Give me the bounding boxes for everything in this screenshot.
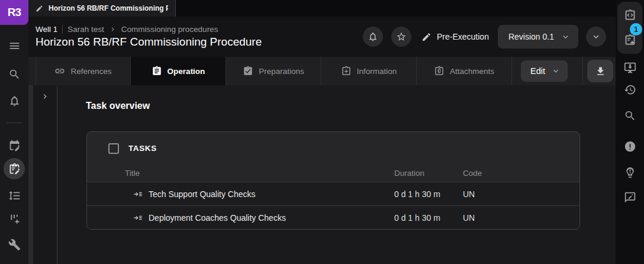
tab-operation[interactable]: Operation [131, 57, 226, 85]
page-title: Horizon 56 RB/RF Commissioning Procedure [36, 36, 355, 49]
content-area: Task overview TASKS Title Duration Code [28, 85, 616, 264]
task-title-cell: Tech Support Quality Checks [125, 189, 394, 199]
chevron-right-icon [109, 25, 117, 33]
column-header-code: Code [463, 169, 579, 178]
favorite-button[interactable] [391, 27, 411, 47]
comment-edit-icon [624, 191, 636, 204]
export-download-button[interactable] [587, 60, 613, 82]
pencil-icon [421, 32, 432, 42]
chevron-right-icon [40, 92, 50, 101]
section-title: Task overview [86, 101, 150, 111]
tab-label: Information [357, 67, 397, 76]
document-tab-bar: Horizon 56 RB/RF Commissioning Pr... [28, 0, 616, 17]
search-panel-button[interactable] [623, 108, 637, 123]
notification-count-badge: 1 [630, 23, 642, 36]
clipboard-paperclip-icon [434, 66, 445, 76]
sidebar-notifications-button[interactable] [7, 94, 21, 108]
tab-actions: Edit [512, 57, 616, 85]
select-all-checkbox[interactable] [108, 143, 119, 154]
sidebar-procedures-button-active[interactable] [4, 158, 25, 179]
sidebar-planner-button[interactable] [7, 138, 21, 152]
edit-dropdown-button[interactable]: Edit [521, 60, 568, 82]
breadcrumb-section-link[interactable]: Commissioning procedures [121, 25, 218, 34]
procedure-code-panel-button[interactable] [623, 8, 637, 22]
right-sidebar: 1 [616, 0, 644, 264]
sidebar-equipment-settings-button[interactable] [7, 212, 21, 226]
breadcrumb-parent-link[interactable]: Sarah test [67, 25, 104, 34]
chevron-down-icon [561, 32, 571, 42]
clipboard-check-icon [243, 66, 253, 76]
tab-strip: References Operation Preparations Inform… [28, 57, 616, 85]
page-header-text: Well 1 Sarah test Commissioning procedur… [36, 25, 355, 49]
export-panel-button[interactable] [623, 60, 637, 74]
expand-panel-button[interactable] [39, 91, 51, 102]
app-window: R3 Horizon 56 RB/RF Commissioning Pr... … [0, 0, 644, 264]
link-icon [54, 66, 65, 76]
panel-drag-handle[interactable] [28, 85, 33, 264]
tab-label: Operation [168, 67, 205, 76]
bell-icon [368, 31, 378, 42]
header-collapse-button[interactable] [586, 27, 606, 47]
notifications-button[interactable] [363, 27, 383, 47]
column-header-duration: Duration [394, 169, 463, 178]
status-badge[interactable]: Pre-Execution [421, 32, 489, 42]
tasks-panel-header: TASKS [87, 132, 579, 165]
tasks-panel-title: TASKS [128, 144, 157, 153]
toolbar-divider [582, 57, 583, 85]
document-tab[interactable]: Horizon 56 RB/RF Commissioning Pr... [28, 0, 176, 17]
app-logo[interactable]: R3 [0, 0, 28, 25]
line-spacing-list-icon [8, 189, 21, 202]
app-logo-text: R3 [8, 6, 21, 19]
menu-button[interactable] [7, 38, 21, 53]
sidebar-tools-button[interactable] [7, 237, 21, 252]
comments-panel-button[interactable] [623, 190, 637, 204]
status-label: Pre-Execution [437, 32, 489, 41]
collapsed-navigation-panel [33, 85, 57, 264]
sidebar-activity-list-button[interactable] [7, 188, 21, 202]
revision-dropdown[interactable]: Revision 0.1 [498, 25, 578, 49]
task-title: Deployment Coaches Quality Checks [149, 213, 286, 223]
edit-label: Edit [530, 66, 545, 76]
tab-label: Attachments [450, 67, 494, 76]
tab-information[interactable]: Information [321, 57, 417, 85]
document-tab-label: Horizon 56 RB/RF Commissioning Pr... [49, 4, 168, 12]
task-duration: 0 d 1 h 30 m [394, 189, 463, 199]
header-actions: Pre-Execution Revision 0.1 [355, 25, 606, 49]
search-icon [624, 110, 636, 122]
history-icon [624, 83, 636, 96]
breadcrumb: Well 1 Sarah test Commissioning procedur… [36, 25, 355, 34]
table-row[interactable]: Deployment Coaches Quality Checks 0 d 1 … [87, 205, 579, 229]
task-title-cell: Deployment Coaches Quality Checks [125, 213, 394, 223]
monitor-download-icon [624, 61, 636, 73]
table-row[interactable]: Tech Support Quality Checks 0 d 1 h 30 m… [87, 182, 579, 205]
bell-icon [8, 95, 21, 107]
pipes-gear-icon [8, 213, 21, 226]
tab-references[interactable]: References [36, 57, 131, 85]
arrow-into-list-icon [133, 213, 143, 223]
alerts-panel-button[interactable] [623, 139, 637, 153]
task-code: UN [463, 213, 579, 223]
task-title: Tech Support Quality Checks [149, 189, 256, 199]
calendar-edit-icon [8, 139, 21, 152]
suggestions-panel-button[interactable] [623, 165, 637, 179]
arrow-into-list-icon [133, 189, 143, 199]
clipboard-gear-icon [341, 66, 352, 76]
breadcrumb-divider [62, 25, 63, 34]
star-icon [396, 31, 407, 42]
clipboard-text-icon [152, 66, 162, 76]
tab-attachments[interactable]: Attachments [417, 57, 512, 85]
task-code: UN [463, 189, 579, 199]
revision-label: Revision 0.1 [508, 32, 554, 41]
tab-label: References [70, 67, 111, 76]
history-panel-button[interactable] [623, 82, 637, 96]
clipboard-code-icon [624, 9, 636, 21]
breadcrumb-well: Well 1 [36, 25, 57, 34]
page-header: Well 1 Sarah test Commissioning procedur… [28, 17, 616, 57]
download-icon [595, 66, 606, 77]
task-duration: 0 d 1 h 30 m [394, 213, 463, 223]
operation-page: Task overview TASKS Title Duration Code [57, 85, 616, 264]
tab-preparations[interactable]: Preparations [226, 57, 321, 85]
sidebar-search-button[interactable] [7, 67, 21, 81]
tasks-panel: TASKS Title Duration Code Tech Support Q… [86, 131, 580, 230]
table-header-row: Title Duration Code [87, 165, 579, 182]
